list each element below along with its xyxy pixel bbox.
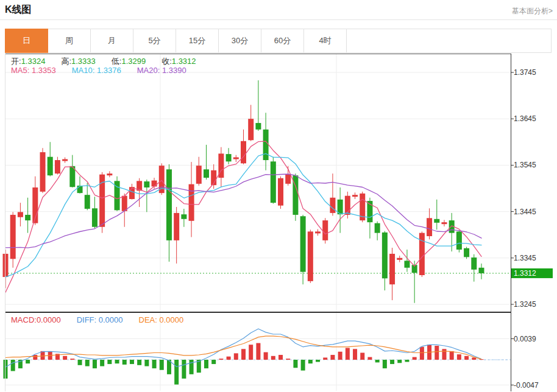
macd-bar [308, 360, 313, 363]
candle [427, 218, 432, 236]
macd-tick-label: -0.0047 [514, 381, 539, 390]
candle [226, 154, 232, 161]
macd-bar [100, 360, 104, 366]
macd-bar [93, 360, 97, 368]
macd-bar [367, 357, 372, 360]
macd-bar [413, 357, 417, 360]
macd-bar [241, 349, 246, 360]
macd-bar [464, 356, 469, 360]
candle [144, 181, 149, 187]
candle [271, 161, 276, 203]
price-tick-label: 1.3245 [514, 300, 536, 309]
candle [278, 178, 283, 206]
macd-bar [234, 353, 238, 360]
candle [48, 157, 53, 175]
candle [174, 213, 179, 240]
candle [189, 184, 194, 221]
price-tick-label: 1.3445 [514, 208, 536, 216]
candle [248, 119, 254, 140]
macd-bar [137, 360, 141, 365]
macd-bar [360, 353, 364, 360]
macd-bar [375, 360, 380, 362]
candle [464, 248, 469, 257]
macd-bar [256, 343, 260, 360]
macd-bar [271, 356, 275, 360]
candle [92, 208, 98, 226]
macd-bar [405, 360, 409, 362]
macd-bar [301, 360, 305, 371]
candle [62, 159, 68, 161]
macd-bar [450, 351, 454, 360]
macd-bar [211, 360, 216, 364]
macd-bar [152, 360, 157, 368]
macd-bar [264, 352, 268, 360]
macd-bar [249, 345, 253, 360]
price-tick-label: 1.3345 [514, 254, 536, 262]
candle [263, 130, 269, 160]
macd-bar [174, 360, 179, 385]
macd-bar [316, 360, 320, 362]
candle [300, 216, 306, 271]
macd-bar [115, 360, 119, 363]
macd-tick-label: 0.0039 [514, 335, 536, 343]
candle [434, 219, 439, 223]
candle [122, 196, 127, 211]
price-tick-label: 1.3545 [514, 161, 536, 169]
macd-bar [338, 352, 342, 360]
candle [25, 215, 30, 220]
macd-bar [383, 360, 387, 368]
candle [40, 152, 46, 192]
candle [322, 220, 328, 240]
macd-bar [420, 347, 424, 360]
ma20-line [5, 174, 481, 248]
macd-bar [78, 360, 82, 365]
candle [255, 123, 261, 130]
candle [55, 160, 60, 173]
macd-bar [219, 359, 223, 360]
macd-bar [182, 360, 186, 379]
kline-page: K线图 基本面分析> 日周月5分15分30分60分4时 1.37451.3645… [0, 0, 557, 392]
macd-bar [390, 360, 394, 364]
macd-bar [204, 360, 208, 368]
candle [285, 175, 291, 184]
candle [441, 222, 447, 224]
candle [330, 198, 335, 213]
candle [471, 257, 477, 270]
macd-bar [278, 355, 283, 360]
macd-bar [227, 357, 231, 360]
candle [478, 268, 484, 273]
macd-bar [435, 346, 439, 360]
candle [352, 195, 358, 197]
macd-bar [330, 355, 335, 360]
candle [419, 233, 425, 275]
candle [233, 157, 239, 159]
macd-bar [85, 360, 90, 366]
candle [152, 181, 157, 187]
macd-bar [397, 360, 402, 363]
macd-bar [26, 360, 30, 363]
candle [456, 231, 462, 250]
macd-bar [107, 360, 112, 364]
macd-bar [122, 360, 127, 365]
price-tick-label: 1.3745 [514, 68, 536, 77]
kline-chart[interactable]: 1.37451.36451.35451.34451.33451.32450.00… [0, 0, 557, 392]
candle [382, 233, 388, 278]
macd-bar [33, 355, 37, 360]
candle [196, 166, 202, 184]
candle [404, 261, 410, 267]
candle [77, 186, 83, 193]
macd-bar [144, 360, 149, 366]
macd-bar [190, 360, 194, 374]
candle [10, 215, 16, 259]
candle [315, 231, 321, 233]
price-tick-label: 1.3645 [514, 114, 536, 123]
candle [204, 169, 209, 178]
candle [308, 231, 313, 281]
macd-bar [457, 354, 461, 360]
candle [85, 195, 90, 209]
macd-bar [293, 360, 297, 368]
macd-bar [286, 359, 290, 360]
macd-bar [472, 357, 476, 360]
macd-bar [323, 357, 327, 360]
candle [389, 254, 395, 284]
